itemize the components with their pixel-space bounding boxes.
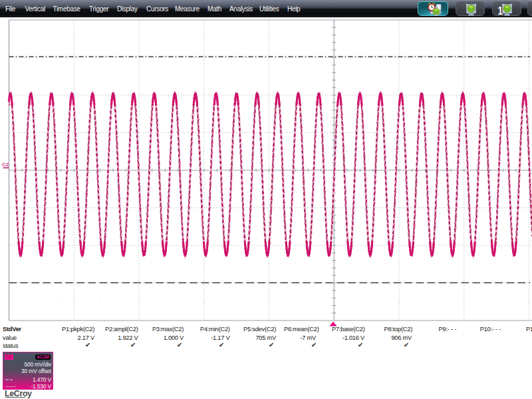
svg-text:1: 1 [497,4,503,16]
svg-text:C2: C2 [2,162,9,168]
